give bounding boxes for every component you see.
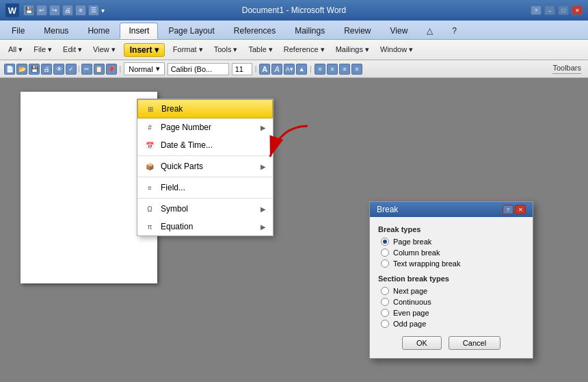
menu-item-quick-parts[interactable]: 📦 Quick Parts ▶ bbox=[137, 157, 273, 175]
break-label: Break bbox=[161, 104, 183, 114]
tab-page-layout[interactable]: Page Layout bbox=[159, 23, 223, 39]
align-right-icon[interactable]: ≡ bbox=[339, 64, 350, 75]
menu-insert[interactable]: Insert ▾ bbox=[124, 43, 165, 57]
menu-mailings[interactable]: Mailings ▾ bbox=[333, 44, 372, 55]
highlight-icon[interactable]: ▲ bbox=[296, 64, 307, 75]
field-label: Field... bbox=[161, 183, 185, 192]
size-value: 11 bbox=[235, 65, 243, 73]
menu-window[interactable]: Window ▾ bbox=[377, 44, 416, 55]
bold-icon[interactable]: A bbox=[259, 64, 270, 75]
close-btn[interactable]: ✕ bbox=[572, 5, 583, 15]
radio-odd-page[interactable]: Odd page bbox=[381, 320, 524, 328]
cancel-button[interactable]: Cancel bbox=[449, 336, 500, 350]
menu-file[interactable]: File ▾ bbox=[31, 44, 55, 55]
menu-tools[interactable]: Tools ▾ bbox=[211, 44, 241, 55]
separator4: | bbox=[310, 65, 312, 73]
radio-even-page-circle bbox=[381, 309, 389, 317]
tab-references[interactable]: References bbox=[225, 23, 284, 39]
tab-review[interactable]: Review bbox=[335, 23, 379, 39]
ok-button[interactable]: OK bbox=[402, 336, 442, 350]
arrow-container bbox=[260, 119, 315, 176]
italic-icon[interactable]: A bbox=[271, 64, 282, 75]
paste-icon[interactable]: 📌 bbox=[106, 64, 117, 75]
copy-icon[interactable]: 📋 bbox=[94, 64, 105, 75]
minimize-btn[interactable]: – bbox=[544, 5, 555, 15]
break-types-group: Page break Column break Text wrapping br… bbox=[378, 238, 524, 268]
menu-item-break[interactable]: ⊞ Break bbox=[137, 99, 273, 118]
align-left-icon[interactable]: ≡ bbox=[315, 64, 325, 75]
menu-icon[interactable]: ≡ bbox=[75, 5, 86, 16]
align-center-icon[interactable]: ≡ bbox=[327, 64, 338, 75]
menu-item-symbol[interactable]: Ω Symbol ▶ bbox=[137, 200, 273, 218]
menu-item-equation[interactable]: π Equation ▶ bbox=[137, 218, 273, 235]
dialog-title-text: Break bbox=[377, 205, 398, 214]
document-area: ⊞ Break # Page Number ▶ 📅 Date & Time...… bbox=[0, 78, 588, 382]
equation-icon: π bbox=[144, 221, 155, 232]
tab-mailings[interactable]: Mailings bbox=[286, 23, 334, 39]
justify-icon[interactable]: ≡ bbox=[351, 64, 362, 75]
open-icon[interactable]: 📂 bbox=[16, 64, 27, 75]
quick-parts-label: Quick Parts bbox=[161, 162, 203, 171]
maximize-btn[interactable]: □ bbox=[558, 5, 569, 15]
tab-file[interactable]: File bbox=[3, 23, 34, 39]
save-icon[interactable]: 💾 bbox=[23, 5, 34, 16]
tab-view[interactable]: View bbox=[382, 23, 417, 39]
radio-even-page[interactable]: Even page bbox=[381, 309, 524, 317]
spellcheck-icon[interactable]: ✓ bbox=[66, 64, 77, 75]
menu-item-page-number[interactable]: # Page Number ▶ bbox=[137, 118, 273, 136]
tab-insert[interactable]: Insert bbox=[120, 23, 158, 39]
menu-reference[interactable]: Reference ▾ bbox=[281, 44, 328, 55]
formatting-toolbar: 📄 📂 💾 🖨 👁 ✓ | ✂ 📋 📌 | Normal ▾ Calibri (… bbox=[0, 60, 588, 78]
radio-column-break-circle bbox=[381, 249, 389, 257]
symbol-arrow: ▶ bbox=[260, 205, 266, 213]
menu-item-date-time[interactable]: 📅 Date & Time... bbox=[137, 136, 273, 154]
redo-icon[interactable]: ↪ bbox=[49, 5, 60, 16]
tab-menus[interactable]: Menus bbox=[35, 23, 77, 39]
tab-extra[interactable]: △ bbox=[418, 23, 442, 39]
radio-odd-page-label: Odd page bbox=[393, 320, 426, 328]
menu-divider1 bbox=[137, 155, 273, 156]
print-toolbar-icon[interactable]: 🖨 bbox=[41, 64, 52, 75]
undo-icon[interactable]: ↩ bbox=[36, 5, 47, 16]
menu-item-field[interactable]: ≡ Field... bbox=[137, 179, 273, 196]
radio-next-page[interactable]: Next page bbox=[381, 287, 524, 295]
help-btn[interactable]: ? bbox=[531, 5, 542, 15]
radio-column-break-label: Column break bbox=[393, 249, 440, 257]
quick-access-toolbar: 💾 ↩ ↪ 🖨 ≡ ☰ ▾ bbox=[23, 5, 105, 16]
list-icon[interactable]: ☰ bbox=[88, 5, 99, 16]
dialog-close-btn[interactable]: ✕ bbox=[515, 205, 526, 214]
menu-format[interactable]: Format ▾ bbox=[170, 44, 206, 55]
section-break-label: Section break types bbox=[378, 275, 524, 283]
cut-icon[interactable]: ✂ bbox=[81, 64, 92, 75]
font-size-dropdown[interactable]: 11 bbox=[232, 63, 252, 75]
menu-all[interactable]: All ▾ bbox=[5, 44, 25, 55]
radio-next-page-circle bbox=[381, 287, 389, 295]
menu-table[interactable]: Table ▾ bbox=[245, 44, 275, 55]
radio-continuous[interactable]: Continuous bbox=[381, 298, 524, 306]
window-controls: ? – □ ✕ bbox=[531, 5, 583, 15]
tab-home[interactable]: Home bbox=[79, 23, 118, 39]
radio-text-wrapping-break[interactable]: Text wrapping break bbox=[381, 259, 524, 268]
font-color-icon[interactable]: A▾ bbox=[284, 64, 295, 75]
radio-odd-page-circle bbox=[381, 320, 389, 328]
section-break-group: Next page Continuous Even page Odd page bbox=[378, 287, 524, 328]
save-toolbar-icon[interactable]: 💾 bbox=[29, 64, 40, 75]
menu-edit[interactable]: Edit ▾ bbox=[60, 44, 85, 55]
word-icon: W bbox=[5, 3, 19, 17]
new-icon[interactable]: 📄 bbox=[4, 64, 15, 75]
pointer-arrow bbox=[260, 119, 315, 174]
separator2: | bbox=[120, 65, 122, 73]
tab-help[interactable]: ? bbox=[443, 23, 466, 39]
dialog-help-btn[interactable]: ? bbox=[503, 205, 513, 214]
style-dropdown-arrow: ▾ bbox=[156, 64, 160, 73]
page-number-label: Page Number bbox=[161, 123, 211, 132]
menu-view[interactable]: View ▾ bbox=[90, 44, 118, 55]
radio-column-break[interactable]: Column break bbox=[381, 249, 524, 257]
font-dropdown[interactable]: Calibri (Bo... bbox=[168, 63, 229, 75]
print-icon[interactable]: 🖨 bbox=[62, 5, 73, 16]
separator3: | bbox=[255, 65, 257, 73]
preview-icon[interactable]: 👁 bbox=[53, 64, 64, 75]
radio-page-break[interactable]: Page break bbox=[381, 238, 524, 246]
radio-text-wrapping-circle bbox=[381, 259, 389, 268]
style-dropdown[interactable]: Normal ▾ bbox=[124, 62, 164, 75]
